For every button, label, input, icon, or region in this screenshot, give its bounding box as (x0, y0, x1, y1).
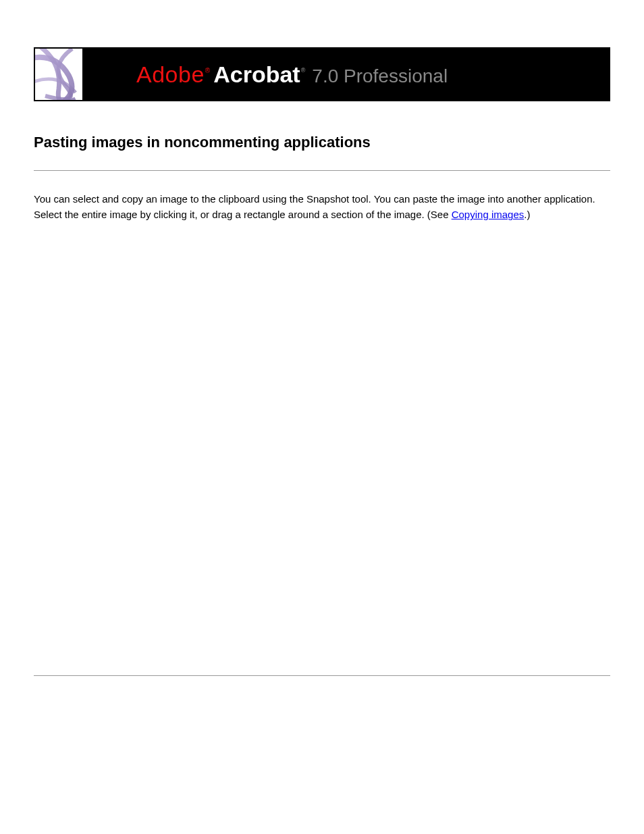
icon-svg (35, 49, 82, 100)
paragraph-text-after: .) (524, 209, 530, 220)
registered-symbol-2: ® (301, 67, 306, 74)
content-area: Pasting images in noncommenting applicat… (34, 134, 610, 676)
top-divider (34, 170, 610, 171)
bottom-divider (34, 675, 610, 676)
page-title: Pasting images in noncommenting applicat… (34, 134, 610, 151)
body-paragraph: You can select and copy an image to the … (34, 191, 608, 223)
acrobat-abstract-icon (35, 49, 82, 100)
version-text: 7.0 Professional (312, 66, 448, 87)
copying-images-link[interactable]: Copying images (452, 209, 525, 220)
product-banner: Adobe® Acrobat® 7.0 Professional (34, 47, 610, 101)
adobe-brand-text: Adobe (136, 61, 205, 88)
registered-symbol-1: ® (205, 67, 210, 74)
acrobat-product-text: Acrobat (213, 61, 300, 88)
banner-product-title: Adobe® Acrobat® 7.0 Professional (136, 61, 448, 88)
document-page: Adobe® Acrobat® 7.0 Professional Pasting… (0, 0, 644, 676)
